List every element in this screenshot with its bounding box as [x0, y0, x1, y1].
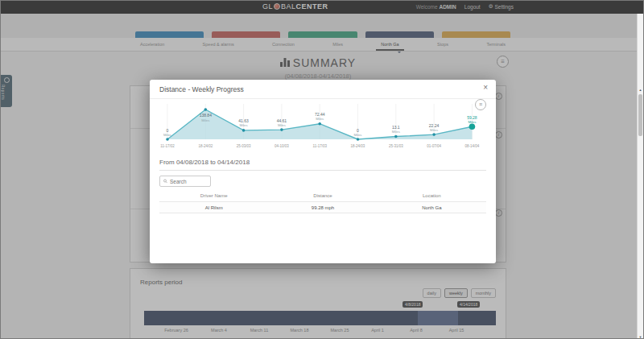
table-cell: North Ga — [378, 202, 486, 213]
svg-text:18-24/02: 18-24/02 — [198, 144, 213, 148]
column-header: Location — [378, 190, 486, 201]
table-body: Al Rilsm99.28 mphNorth Ga — [159, 201, 486, 213]
scroll-down-arrow[interactable]: ▼ — [638, 335, 643, 339]
search-input[interactable] — [170, 179, 207, 184]
svg-text:Miles: Miles — [163, 133, 171, 137]
svg-text:08-14/04: 08-14/04 — [465, 144, 480, 148]
svg-text:11-17/03: 11-17/03 — [312, 144, 327, 148]
modal-title: Distance - Weekly Progress × — [150, 80, 496, 99]
modal-date-range: From 04/08/2018 to 04/14/2018 — [159, 159, 486, 171]
svg-text:01-07/04: 01-07/04 — [427, 144, 441, 148]
svg-text:Miles: Miles — [316, 117, 324, 121]
vertical-scrollbar[interactable]: ▲ ▼ — [637, 14, 643, 339]
svg-text:Miles: Miles — [240, 123, 248, 127]
svg-text:04-10/03: 04-10/03 — [275, 144, 289, 148]
column-header: Distance — [268, 190, 377, 201]
scroll-up-arrow[interactable]: ▲ — [638, 88, 643, 92]
column-header: Driver Name — [159, 190, 268, 201]
table-row[interactable]: Al Rilsm99.28 mphNorth Ga — [159, 201, 486, 213]
svg-text:25-03/03: 25-03/03 — [237, 144, 251, 148]
svg-text:138.84: 138.84 — [200, 113, 213, 118]
svg-text:Miles: Miles — [392, 130, 400, 134]
svg-text:25-31/03: 25-31/03 — [389, 144, 403, 148]
svg-text:Miles: Miles — [201, 118, 209, 122]
scrollbar-thumb[interactable] — [638, 94, 642, 136]
search-icon — [163, 179, 167, 184]
search-box[interactable] — [159, 176, 211, 187]
svg-text:18-24/03: 18-24/03 — [351, 144, 365, 148]
svg-text:Miles: Miles — [468, 120, 476, 124]
table-header-row: Driver NameDistanceLocation — [159, 190, 486, 201]
drivers-table: Driver NameDistanceLocation Al Rilsm99.2… — [159, 190, 486, 213]
svg-text:11-17/02: 11-17/02 — [160, 144, 175, 148]
svg-text:Miles: Miles — [430, 128, 438, 132]
weekly-progress-chart[interactable]: 0Miles11-17/02138.84Miles18-24/0241.63Mi… — [156, 101, 489, 154]
weekly-progress-modal: Distance - Weekly Progress × ≡ 0Miles11-… — [150, 80, 496, 263]
close-icon[interactable]: × — [483, 84, 488, 92]
table-cell: 99.28 mph — [268, 202, 377, 213]
app-window: GL BAL CENTER Welcome ADMIN Logout ⚙ Set… — [0, 0, 644, 339]
svg-text:Miles: Miles — [353, 133, 361, 137]
table-cell: Al Rilsm — [159, 202, 268, 213]
svg-text:Miles: Miles — [278, 123, 286, 127]
